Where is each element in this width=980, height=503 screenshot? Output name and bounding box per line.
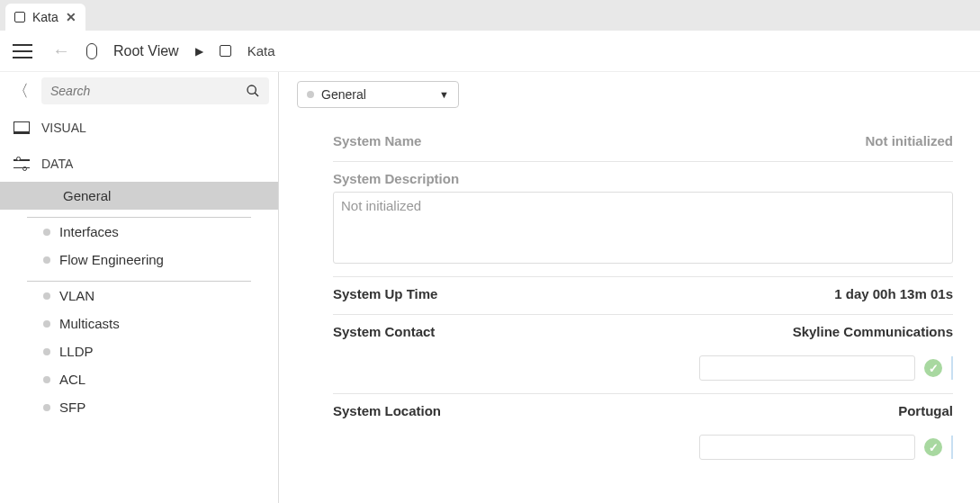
sidebar-item-label: LLDP [59, 344, 94, 359]
sidebar-item-vlan[interactable]: VLAN [0, 282, 278, 310]
confirm-check-icon[interactable]: ✓ [924, 359, 942, 377]
field-label: System Location [333, 403, 441, 418]
field-label: System Contact [333, 324, 435, 339]
tab-title: Kata [32, 10, 58, 24]
sidebar-item-sfp[interactable]: SFP [0, 393, 278, 421]
element-icon [220, 45, 231, 57]
system-contact-input[interactable] [699, 355, 915, 381]
element-icon [14, 12, 25, 22]
close-icon[interactable]: ✕ [66, 10, 76, 24]
field-value: Not initialized [866, 133, 954, 148]
field-system-uptime: System Up Time 1 day 00h 13m 01s [333, 277, 953, 315]
field-system-contact: System Contact Skyline Communications ✓ [333, 315, 953, 394]
status-bullet-icon [43, 229, 50, 236]
sidebar-item-label: Interfaces [59, 224, 119, 239]
view-icon [86, 43, 97, 59]
status-bullet-icon [43, 256, 50, 264]
caret-down-icon: ▼ [439, 89, 449, 100]
status-bullet-icon [43, 376, 50, 383]
system-description-textarea[interactable]: Not initialized [333, 192, 953, 264]
sidebar-item-label: Flow Engineering [59, 252, 164, 267]
back-arrow-icon[interactable]: ← [52, 40, 70, 61]
chevron-left-icon[interactable]: 〈 [9, 80, 32, 102]
hamburger-icon[interactable] [13, 44, 32, 58]
page-selector-dropdown[interactable]: General ▼ [297, 81, 459, 108]
content-pane: General ▼ System Name Not initialized Sy… [279, 72, 980, 503]
status-bullet-icon [43, 404, 50, 411]
sidebar-item-flow-engineering[interactable]: Flow Engineering [0, 246, 278, 274]
search-input[interactable] [50, 84, 246, 98]
system-location-input[interactable] [699, 435, 915, 460]
status-bullet-icon [307, 91, 314, 98]
field-label: System Description [333, 171, 953, 186]
chevron-right-icon: ▶ [195, 45, 203, 58]
field-label: System Name [333, 133, 421, 148]
svg-line-1 [255, 93, 258, 96]
sidebar-item-label: General [63, 188, 111, 203]
sidebar-item-interfaces[interactable]: Interfaces [0, 218, 278, 246]
sidebar-item-general[interactable]: General [0, 182, 278, 210]
status-bullet-icon [43, 292, 50, 300]
field-system-description: System Description Not initialized [333, 162, 953, 277]
field-system-location: System Location Portugal ✓ [333, 394, 953, 472]
divider-icon [951, 356, 953, 380]
tab-bar: Kata ✕ [0, 0, 980, 31]
sidebar-item-multicasts[interactable]: Multicasts [0, 310, 278, 337]
field-value: 1 day 00h 13m 01s [834, 286, 953, 301]
field-label: System Up Time [333, 286, 437, 301]
status-bullet-icon [43, 348, 50, 355]
monitor-icon [13, 121, 30, 134]
breadcrumb-root[interactable]: Root View [113, 43, 179, 59]
confirm-check-icon[interactable]: ✓ [924, 438, 942, 456]
field-value: Portugal [898, 403, 953, 418]
section-label: VISUAL [41, 121, 86, 135]
breadcrumb-bar: ← Root View ▶ Kata [0, 31, 980, 72]
field-value: Skyline Communications [793, 324, 953, 339]
status-bullet-icon [43, 320, 50, 328]
section-data[interactable]: DATA [0, 146, 278, 182]
breadcrumb-leaf[interactable]: Kata [247, 43, 275, 58]
search-icon[interactable] [246, 84, 260, 98]
sidebar-item-label: Multicasts [59, 316, 120, 331]
svg-point-0 [247, 85, 256, 94]
divider-icon [951, 436, 953, 459]
sidebar-item-label: VLAN [59, 288, 94, 303]
section-label: DATA [41, 157, 73, 171]
page-selector-value: General [321, 87, 366, 102]
sliders-icon [13, 157, 30, 170]
sidebar-item-label: ACL [59, 372, 85, 387]
sidebar: 〈 VISUAL DATA General Interfaces [0, 72, 279, 503]
sidebar-item-label: SFP [59, 400, 85, 415]
sidebar-item-lldp[interactable]: LLDP [0, 337, 278, 365]
tab-kata[interactable]: Kata ✕ [5, 4, 85, 31]
section-visual[interactable]: VISUAL [0, 110, 278, 146]
data-submenu: General Interfaces Flow Engineering VLAN… [0, 182, 278, 428]
sidebar-item-acl[interactable]: ACL [0, 365, 278, 393]
search-box[interactable] [41, 77, 269, 104]
field-system-name: System Name Not initialized [333, 124, 953, 162]
